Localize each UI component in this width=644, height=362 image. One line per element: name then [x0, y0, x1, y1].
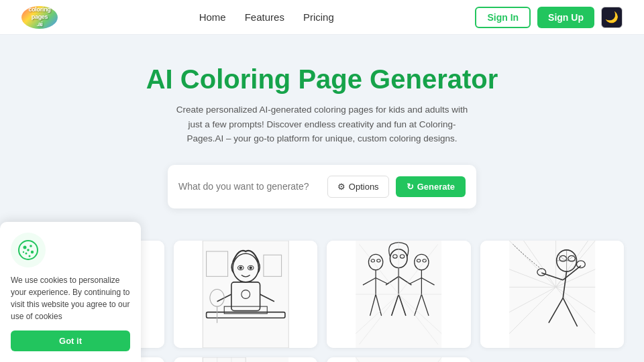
svg-point-176 [31, 251, 34, 253]
nav-home[interactable]: Home [199, 11, 226, 23]
svg-point-179 [23, 251, 24, 253]
hero-subtitle: Create personalized AI-generated colorin… [174, 103, 470, 146]
svg-point-175 [30, 245, 32, 247]
generate-button[interactable]: ↻ Generate [396, 176, 466, 197]
hero-section: AI Coloring Page Generator Create person… [0, 35, 644, 227]
cookie-icon-container [11, 233, 46, 267]
cookie-text: We use cookies to personalize your exper… [11, 274, 130, 322]
gallery-image-3 [327, 241, 471, 348]
cookie-banner: We use cookies to personalize your exper… [0, 222, 141, 362]
gallery-image-4 [480, 241, 625, 348]
generate-label: Generate [417, 182, 455, 192]
search-container: ⚙ Options ↻ Generate [168, 165, 476, 208]
cookie-accept-button[interactable]: Got it [11, 330, 130, 351]
gallery-image-2 [174, 241, 318, 348]
svg-rect-21 [203, 241, 288, 348]
search-input[interactable] [178, 181, 321, 192]
signup-button[interactable]: Sign Up [537, 7, 594, 28]
nav-pricing[interactable]: Pricing [303, 11, 334, 23]
hero-title: AI Coloring Page Generator [13, 64, 631, 95]
gallery-item-7[interactable]: ✦ ✦ ✦ [327, 357, 471, 362]
gallery-item-6[interactable]: ✦ ✦ [174, 357, 318, 362]
nav-links: Home Features Pricing [199, 11, 334, 23]
gallery-item-3[interactable] [327, 241, 471, 348]
svg-rect-155 [356, 357, 441, 362]
svg-point-29 [249, 266, 252, 269]
svg-point-177 [25, 253, 28, 255]
nav-actions: Sign In Sign Up 🌙 [475, 7, 623, 28]
refresh-icon: ↻ [407, 182, 414, 192]
logo-image: coloringpages.ai [21, 6, 58, 29]
options-label: Options [349, 182, 379, 192]
svg-point-178 [27, 249, 30, 251]
gear-icon: ⚙ [337, 182, 345, 192]
gallery-item-4[interactable] [480, 241, 625, 348]
svg-point-180 [29, 255, 31, 257]
svg-point-174 [23, 246, 27, 249]
cookie-icon [17, 239, 39, 261]
svg-rect-72 [509, 241, 595, 348]
signin-button[interactable]: Sign In [475, 7, 531, 28]
options-button[interactable]: ⚙ Options [327, 176, 389, 198]
svg-point-28 [239, 266, 241, 269]
gallery-image-6: ✦ ✦ [174, 357, 318, 362]
theme-toggle-button[interactable]: 🌙 [601, 7, 623, 28]
gallery-image-7: ✦ ✦ ✦ [327, 357, 471, 362]
gallery-item-2[interactable] [174, 241, 318, 348]
nav-features[interactable]: Features [245, 11, 284, 23]
navbar: coloringpages.ai Home Features Pricing S… [0, 0, 644, 35]
logo: coloringpages.ai [21, 6, 58, 29]
